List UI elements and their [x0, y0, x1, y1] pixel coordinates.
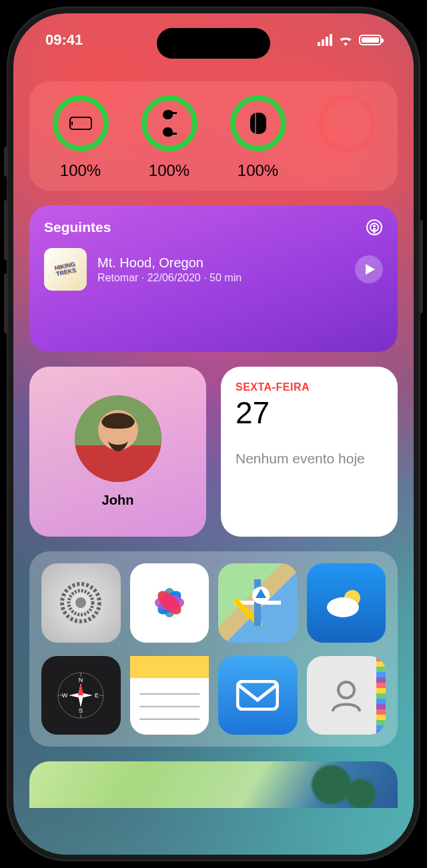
- svg-point-15: [75, 597, 86, 608]
- svg-text:N: N: [79, 677, 83, 683]
- battery-percent: 100%: [60, 161, 101, 180]
- podcast-title: Mt. Hood, Oregon: [97, 255, 344, 271]
- batteries-widget[interactable]: 100% 100% 100%: [29, 81, 398, 191]
- avatar: [75, 395, 161, 482]
- weather-icon: [324, 586, 368, 619]
- svg-point-41: [338, 682, 354, 698]
- notes-icon: [130, 656, 209, 735]
- app-maps[interactable]: [218, 563, 298, 643]
- svg-text:W: W: [62, 692, 68, 699]
- contact-name: John: [102, 493, 134, 508]
- cellular-icon: [318, 34, 332, 46]
- airpods-icon: [161, 110, 178, 137]
- battery-item-airpods: 100%: [125, 95, 214, 180]
- svg-rect-40: [238, 681, 278, 709]
- battery-percent: 100%: [149, 161, 189, 180]
- svg-text:S: S: [79, 707, 83, 714]
- svg-rect-36: [130, 656, 209, 678]
- svg-rect-5: [250, 113, 266, 134]
- wifi-icon: [338, 34, 354, 46]
- app-mail[interactable]: [218, 656, 298, 735]
- play-button[interactable]: [355, 255, 383, 283]
- app-settings[interactable]: [41, 563, 121, 643]
- app-notes[interactable]: [130, 656, 209, 735]
- podcasts-app-icon: [366, 219, 383, 236]
- screen: 09:41 100% 100%: [13, 13, 414, 855]
- svg-rect-1: [70, 117, 91, 129]
- phone-icon: [69, 117, 92, 130]
- mail-icon: [236, 680, 279, 711]
- svg-text:E: E: [95, 692, 99, 699]
- battery-item-empty: [302, 95, 391, 180]
- siri-suggestions-widget[interactable]: NSWE: [29, 551, 398, 747]
- battery-percent: 100%: [238, 161, 278, 180]
- status-time: 09:41: [45, 31, 83, 49]
- app-compass[interactable]: NSWE: [41, 656, 121, 735]
- podcast-subtitle: Retomar · 22/06/2020 · 50 min: [97, 272, 344, 284]
- compass-icon: NSWE: [54, 669, 107, 722]
- battery-item-phone: 100%: [36, 95, 125, 180]
- calendar-widget[interactable]: SEXTA-FEIRA 27 Nenhum evento hoje: [221, 367, 398, 537]
- app-photos[interactable]: [130, 563, 209, 643]
- app-contacts[interactable]: [307, 656, 386, 735]
- battery-icon: [359, 35, 382, 45]
- dynamic-island: [157, 28, 270, 59]
- app-weather[interactable]: [307, 563, 386, 643]
- podcasts-widget[interactable]: Seguintes HIKING TREKS Mt. Hood, Oregon …: [29, 205, 398, 352]
- gear-icon: [57, 579, 104, 626]
- calendar-day-label: SEXTA-FEIRA: [236, 381, 383, 393]
- podcasts-header: Seguintes: [44, 219, 111, 235]
- play-icon: [366, 264, 375, 275]
- calendar-message: Nenhum evento hoje: [236, 449, 383, 467]
- svg-point-26: [327, 597, 359, 617]
- podcast-artwork: HIKING TREKS: [44, 248, 87, 291]
- contact-widget[interactable]: John: [29, 367, 206, 537]
- svg-point-9: [373, 225, 376, 227]
- maps-peek-widget[interactable]: [29, 761, 398, 808]
- svg-rect-2: [71, 121, 73, 125]
- airpods-case-icon: [250, 112, 267, 135]
- phone-frame: 09:41 100% 100%: [7, 7, 420, 861]
- person-icon: [328, 677, 365, 714]
- photos-icon: [148, 581, 191, 624]
- calendar-date: 27: [236, 395, 383, 431]
- battery-item-case: 100%: [214, 95, 302, 180]
- maps-icon: [234, 579, 281, 626]
